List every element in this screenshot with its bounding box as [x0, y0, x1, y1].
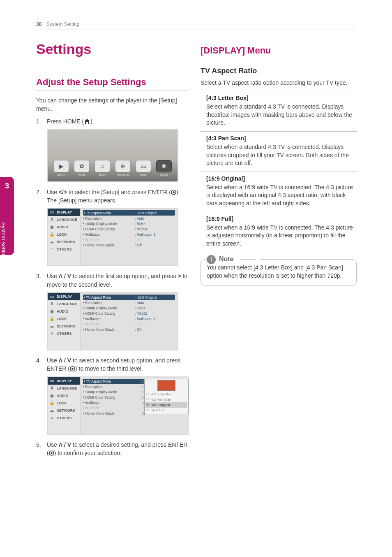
option-body: Select when a standard 4:3 TV is connect… — [206, 143, 357, 167]
steps-list-4: Use Λ / V to select a second setup optio… — [36, 356, 188, 373]
sidebar-item-language: ALANGUAGE — [48, 385, 80, 392]
figure-setup-menu-2: ▭DISPLAY ALANGUAGE ◉AUDIO 🔒LOCK ☁NETWORK… — [47, 292, 178, 350]
popup-thumbnail — [157, 380, 175, 391]
setup-row: • HDMI Color Setting: YCbCr — [83, 311, 175, 316]
option-43-letterbox: [4:3 Letter Box] Select when a standard … — [201, 91, 357, 131]
chapter-label: System Setting — [0, 222, 7, 258]
up-down-arrows-icon: Λ / V — [59, 441, 71, 448]
header-section: System Setting — [46, 21, 80, 27]
sidebar-item-language: ALANGUAGE — [48, 216, 80, 223]
display-icon: ▭ — [49, 210, 55, 215]
note-body: You cannot select [4:3 Letter Box] and [… — [207, 264, 343, 279]
left-column: Settings Adjust the Setup Settings You c… — [36, 41, 188, 460]
setup-row: • TV Aspect Ratio: 16:9 Original — [83, 210, 175, 216]
right-arrow-icon: > — [178, 273, 181, 279]
setup-sidebar: ▭DISPLAY ALANGUAGE ◉AUDIO 🔒LOCK ☁NETWORK… — [48, 293, 81, 350]
up-down-arrows-icon: Λ / V — [59, 273, 71, 279]
setup-sidebar: ▭DISPLAY ALANGUAGE ◉AUDIO 🔒LOCK ☁NETWORK… — [48, 377, 81, 434]
language-icon: A — [49, 217, 55, 223]
sidebar-item-network: ☁NETWORK — [48, 407, 80, 414]
home-item-input: ▭Input — [134, 160, 153, 176]
left-right-arrows-icon: </> — [59, 189, 67, 195]
sidebar-item-lock: 🔒LOCK — [48, 315, 80, 323]
home-menu-row: ▶Movie ✿Photo ♫Music ⊕Premium ▭Input ✺Se… — [52, 160, 173, 176]
sidebar-item-others: ≡OTHERS — [48, 330, 80, 337]
popup-option-selected: 16:9 Original — [145, 402, 187, 408]
steps-list-2: Use </> to select the [Setup] and press … — [36, 188, 188, 205]
sidebar-item-lock: 🔒LOCK — [48, 231, 80, 238]
option-title: [4:3 Pan Scan] — [206, 135, 357, 142]
figure-setup-menu-3: ▭DISPLAY ALANGUAGE ◉AUDIO 🔒LOCK ☁NETWORK… — [47, 376, 189, 435]
premium-icon: ⊕ — [115, 160, 131, 172]
movie-icon: ▶ — [53, 160, 69, 172]
sidebar-item-display: ▭DISPLAY — [48, 293, 80, 300]
option-169-original: [16:9 Original] Select when a 16:9 wide … — [201, 172, 357, 212]
home-item-photo: ✿Photo — [72, 160, 91, 176]
chapter-tab: 3 System Setting — [0, 177, 14, 255]
enter-icon — [49, 450, 54, 456]
setup-main-1: • TV Aspect Ratio: 16:9 Original • Resol… — [81, 209, 178, 265]
setup-row: • Wallpaper: Wallpaper 1 — [83, 232, 175, 237]
home-item-music: ♫Music — [93, 160, 112, 176]
page-number: 30 — [36, 21, 42, 27]
music-icon: ♫ — [95, 160, 110, 172]
svg-point-5 — [51, 452, 52, 454]
setup-main-2: • TV Aspect Ratio: 16:9 Original • Resol… — [81, 293, 178, 350]
steps-list-5: Use Λ / V to select a desired setting, a… — [36, 441, 188, 457]
step-3: Use Λ / V to select the first setup opti… — [36, 272, 188, 289]
setup-row: • HDMI Color Setting: YCbCr — [83, 226, 175, 232]
setup-row: • Home Menu Guide: Off — [83, 242, 175, 248]
popup-option: 16:9 Full — [145, 408, 187, 413]
input-icon: ▭ — [136, 160, 151, 172]
lock-icon: 🔒 — [49, 232, 55, 237]
step-2: Use </> to select the [Setup] and press … — [36, 188, 188, 205]
popup-option: 4:3 Pan Scan — [145, 397, 187, 402]
setup-icon: ✺ — [156, 160, 172, 172]
enter-icon — [70, 366, 75, 371]
note-header: ! Note — [207, 255, 260, 264]
sidebar-item-language: ALANGUAGE — [48, 300, 80, 308]
sidebar-item-network: ☁NETWORK — [48, 238, 80, 246]
setup-row: • 1080p Display Mode: 50Hz — [83, 221, 175, 226]
option-title: [16:9 Full] — [206, 216, 357, 222]
up-down-arrows-icon: Λ / V — [59, 357, 71, 364]
home-item-setup: ✺Setup — [154, 160, 173, 176]
header-rule — [36, 30, 356, 30]
setup-sidebar: ▭DISPLAY ALANGUAGE ◉AUDIO 🔒LOCK ☁NETWORK… — [48, 209, 81, 265]
option-169-full: [16:9 Full] Select when a 16:9 wide TV i… — [201, 212, 357, 252]
page-title: Settings — [36, 41, 188, 57]
section-adjust: Adjust the Setup Settings — [36, 77, 188, 91]
page-header: 30 System Setting — [36, 21, 356, 30]
sidebar-item-audio: ◉AUDIO — [48, 223, 80, 231]
aspect-ratio-intro: Select a TV aspect ratio option accordin… — [201, 79, 357, 87]
sidebar-item-display: ▭DISPLAY — [48, 209, 80, 216]
step-1: Press HOME (). — [36, 117, 188, 125]
network-icon: ☁ — [49, 239, 55, 245]
setup-main-3: • TV Aspect Ratio: 16:9 • Resolution: Au… — [81, 377, 188, 434]
enter-icon — [171, 190, 176, 195]
aspect-ratio-popup: 4:3 Letter Box 4:3 Pan Scan 16:9 Origina… — [144, 379, 189, 414]
setup-row: • Wallpaper: Wallpaper 1 — [83, 316, 175, 321]
setup-row: • TV Aspect Ratio: 16:9 Original — [83, 295, 175, 300]
option-title: [16:9 Original] — [206, 175, 357, 182]
setup-row: • Resolution: Auto — [83, 300, 175, 305]
home-item-premium: ⊕Premium — [113, 160, 132, 176]
intro-text: You can change the settings of the playe… — [36, 96, 188, 113]
note-icon: ! — [207, 255, 216, 264]
steps-list-3: Use Λ / V to select the first setup opti… — [36, 272, 188, 289]
steps-list: Press HOME (). — [36, 117, 188, 125]
option-body: Select when a 16:9 wide TV is connected.… — [206, 224, 357, 248]
display-menu-title: [DISPLAY] Menu — [201, 45, 357, 56]
audio-icon: ◉ — [49, 225, 55, 230]
option-body: Select when a 16:9 wide TV is connected.… — [206, 183, 357, 208]
home-icon — [84, 118, 90, 124]
setup-row: • 3D Mode: On — [83, 321, 175, 327]
note-label: Note — [219, 255, 234, 264]
option-43-panscan: [4:3 Pan Scan] Select when a standard 4:… — [201, 131, 357, 172]
svg-point-3 — [71, 368, 73, 370]
note-box: ! Note You cannot select [4:3 Letter Box… — [201, 259, 357, 285]
option-title: [4:3 Letter Box] — [206, 95, 357, 101]
setup-row: • Resolution: Auto — [83, 216, 175, 221]
svg-point-1 — [173, 191, 174, 193]
sidebar-item-others: ≡OTHERS — [48, 414, 80, 422]
